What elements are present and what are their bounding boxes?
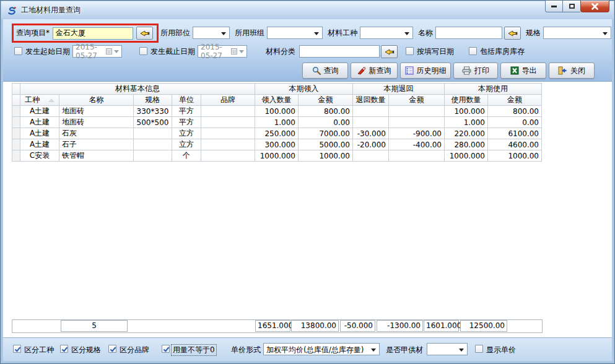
exit-door-icon	[558, 66, 567, 75]
spec-combo[interactable]	[543, 27, 611, 39]
supply-label: 是否甲供材	[386, 345, 423, 355]
end-date-checkbox[interactable]	[139, 47, 147, 55]
row-selector[interactable]	[12, 106, 20, 117]
name-input[interactable]	[435, 27, 502, 39]
cell: 0.00	[299, 117, 353, 128]
cell: 800.00	[488, 106, 542, 117]
end-date-field[interactable]: 2015-05-27	[198, 45, 247, 58]
export-button[interactable]: 导出	[500, 63, 546, 79]
start-date-checkbox[interactable]	[14, 47, 22, 55]
chevron-down-icon	[114, 50, 119, 53]
name-picker-button[interactable]	[504, 27, 521, 40]
cell	[201, 139, 255, 150]
row-selector[interactable]	[12, 150, 20, 162]
location-combo[interactable]	[193, 27, 230, 39]
close-window-button-label: 关闭	[570, 66, 585, 76]
cell: 280.000	[445, 139, 488, 150]
corner-cell	[12, 95, 20, 106]
nonzero-usage-checkbox[interactable]	[162, 345, 170, 353]
minimize-button[interactable]	[545, 1, 563, 12]
category-picker-button[interactable]	[381, 45, 398, 58]
total-use-amt: 12500.00	[460, 320, 507, 332]
close-icon	[591, 3, 599, 10]
project-label: 查询项目*	[16, 28, 50, 38]
cell: 250.000	[255, 128, 299, 139]
row-selector[interactable]	[12, 128, 20, 139]
cell: 100.000	[255, 106, 299, 117]
cell: A土建	[20, 117, 59, 128]
distinguish-spec-label: 区分规格	[71, 345, 101, 355]
table-row[interactable]: A土建地面砖500*500平方1.0000.001.0000.00	[12, 117, 542, 128]
row-selector[interactable]	[12, 117, 20, 128]
cell: -900.00	[389, 128, 445, 139]
cell: 1000.00	[488, 150, 542, 162]
location-label: 所用部位	[160, 27, 190, 39]
cell: 立方	[172, 128, 201, 139]
brush-icon	[357, 66, 366, 75]
distinguish-worktype-checkbox[interactable]	[13, 345, 21, 353]
col-header-recv-qty[interactable]: 领入数量	[255, 95, 299, 106]
maximize-button[interactable]	[563, 1, 580, 12]
by-fill-date-checkbox[interactable]	[406, 47, 414, 55]
by-fill-date-label: 按填写日期	[417, 45, 454, 58]
title-bar[interactable]: 工地材料用量查询	[1, 1, 614, 19]
col-header-unit[interactable]: 单位	[172, 95, 201, 106]
query-button[interactable]: 查询	[302, 63, 348, 79]
col-header-spec[interactable]: 规格	[134, 95, 172, 106]
table-row[interactable]: A土建石子立方300.0005000.00-20.000-400.00280.0…	[12, 139, 542, 150]
table-row[interactable]: A土建石灰立方250.0007000.00-30.000-900.00220.0…	[12, 128, 542, 139]
chevron-down-icon	[404, 32, 409, 35]
close-window-button[interactable]: 关闭	[549, 63, 595, 79]
col-header-ret-amt[interactable]: 金额	[389, 95, 445, 106]
include-warehouse-checkbox[interactable]	[469, 47, 477, 55]
material-type-combo[interactable]	[360, 27, 413, 39]
table-row[interactable]: C安装铁管帽个1000.0001000.001000.0001000.00	[12, 150, 542, 162]
app-window: 工地材料用量查询 查询项目* 所用部位 所用班组	[0, 0, 615, 364]
print-button[interactable]: 打印	[453, 63, 498, 79]
cell: 铁管帽	[59, 150, 134, 162]
project-picker-button[interactable]	[136, 27, 153, 40]
cell: 100.000	[445, 106, 488, 117]
cell	[134, 128, 172, 139]
cell: 地面砖	[59, 106, 134, 117]
show-unit-price-label: 显示单价	[486, 345, 516, 355]
category-input[interactable]	[299, 45, 380, 58]
category-label: 材料分类	[266, 45, 295, 58]
name-label: 名称	[418, 27, 433, 39]
supply-combo[interactable]	[427, 343, 468, 355]
start-date-field[interactable]: 2015-05-27	[72, 45, 122, 58]
close-button[interactable]	[580, 1, 609, 12]
new-query-button[interactable]: 新查询	[351, 63, 398, 79]
sort-asc-icon	[48, 98, 55, 102]
total-use-qty: 1601.000	[424, 320, 459, 332]
show-unit-price-checkbox[interactable]	[475, 345, 483, 353]
col-header-use-amt[interactable]: 金额	[488, 95, 542, 106]
spec-label: 规格	[526, 27, 541, 39]
chevron-down-icon	[603, 32, 608, 35]
distinguish-spec-checkbox[interactable]	[60, 345, 68, 353]
group-returned: 本期退回	[353, 84, 445, 95]
col-header-use-qty[interactable]: 使用数量	[445, 95, 488, 106]
row-selector[interactable]	[12, 139, 20, 150]
price-form-combo[interactable]: 加权平均价(总库值/总库存量)	[263, 343, 380, 355]
group-received: 本期领入	[255, 84, 353, 95]
col-header-ret-qty[interactable]: 退回数量	[353, 95, 389, 106]
list-detail-icon	[405, 66, 414, 75]
cell	[353, 150, 389, 162]
col-header-brand[interactable]: 品牌	[201, 95, 255, 106]
table-row[interactable]: A土建地面砖330*330平方100.000800.00100.000800.0…	[12, 106, 542, 117]
chevron-down-icon	[314, 32, 319, 35]
cell: 800.00	[299, 106, 353, 117]
excel-icon	[510, 66, 519, 75]
project-input[interactable]	[53, 27, 133, 40]
export-button-label: 导出	[522, 66, 537, 76]
team-combo[interactable]	[267, 27, 323, 39]
col-header-name[interactable]: 名称	[59, 95, 134, 106]
distinguish-brand-checkbox[interactable]	[108, 345, 116, 353]
hand-picker-icon	[508, 30, 518, 37]
col-header-worktype[interactable]: 工种	[20, 95, 59, 106]
history-detail-button[interactable]: 历史明细	[400, 63, 451, 79]
cell: 5000.00	[299, 139, 353, 150]
cell: 0.00	[488, 117, 542, 128]
col-header-recv-amt[interactable]: 金额	[299, 95, 353, 106]
